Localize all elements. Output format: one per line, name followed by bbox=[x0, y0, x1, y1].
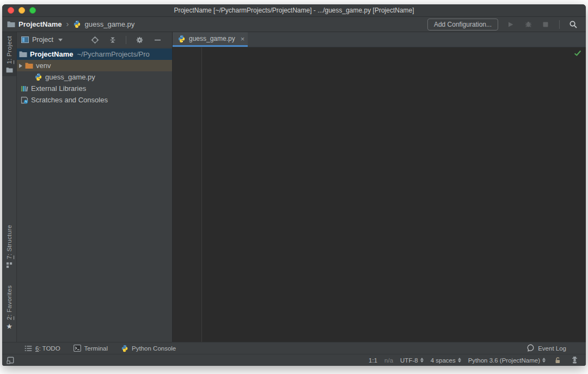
breadcrumb-file[interactable]: guess_game.py bbox=[84, 20, 134, 28]
event-log-label: Event Log bbox=[538, 345, 566, 352]
collapse-all-icon[interactable] bbox=[108, 35, 118, 45]
toolwindow-button-project[interactable]: 1: Project bbox=[2, 32, 16, 76]
tree-item-name: venv bbox=[36, 62, 51, 70]
minimize-window-button[interactable] bbox=[19, 7, 25, 14]
python-file-icon bbox=[177, 35, 186, 43]
stop-icon[interactable] bbox=[541, 20, 550, 29]
breadcrumb-separator-icon: › bbox=[66, 19, 69, 28]
encoding-widget[interactable]: UTF-8 bbox=[400, 357, 424, 364]
popup-arrows-icon bbox=[542, 358, 546, 363]
inspections-ok-icon[interactable] bbox=[574, 50, 581, 57]
interpreter-widget[interactable]: Python 3.6 (ProjectName) bbox=[468, 357, 546, 364]
editor-gutter bbox=[173, 47, 202, 342]
scratches-icon bbox=[21, 96, 28, 104]
toolbar-divider bbox=[559, 20, 560, 29]
toolwindow-label-project: 1: Project bbox=[6, 36, 13, 64]
folder-icon bbox=[19, 51, 27, 58]
event-log-button[interactable]: Event Log bbox=[526, 344, 578, 352]
toolwindow-label-todo: 6: TODO bbox=[35, 345, 60, 352]
popup-arrows-icon bbox=[420, 358, 424, 363]
project-panel-header: Project bbox=[17, 32, 172, 48]
toolwindow-button-terminal[interactable]: Terminal bbox=[74, 345, 108, 352]
toolwindow-button-python-console[interactable]: Python Console bbox=[121, 345, 176, 352]
tree-row-project-root[interactable]: ProjectName ~/PycharmProjects/Pro bbox=[17, 48, 172, 60]
python-file-icon bbox=[73, 20, 81, 28]
editor-column: guess_game.py × bbox=[173, 32, 586, 342]
breadcrumb: ProjectName › guess_game.py bbox=[7, 19, 134, 29]
caret-position-widget[interactable]: 1:1 bbox=[369, 357, 377, 364]
tree-row-external-libraries[interactable]: External Libraries bbox=[17, 83, 172, 94]
unlock-icon[interactable] bbox=[553, 355, 562, 365]
toolbar-divider bbox=[126, 36, 126, 44]
libraries-icon bbox=[21, 85, 28, 93]
window-title: ProjectName [~/PycharmProjects/ProjectNa… bbox=[2, 7, 586, 14]
toolwindow-switcher-icon[interactable] bbox=[5, 355, 15, 365]
python-icon bbox=[121, 345, 128, 352]
toolwindow-label-python-console: Python Console bbox=[132, 345, 176, 352]
folder-icon bbox=[7, 21, 15, 28]
chevron-down-icon bbox=[58, 39, 63, 41]
tree-row-scratches[interactable]: Scratches and Consoles bbox=[17, 94, 172, 106]
project-panel: Project bbox=[17, 32, 173, 342]
todo-list-icon bbox=[24, 345, 32, 352]
project-view-label: Project bbox=[32, 36, 53, 44]
editor-area[interactable] bbox=[173, 47, 586, 342]
line-separator-widget[interactable]: n/a bbox=[384, 357, 393, 364]
breadcrumb-project[interactable]: ProjectName bbox=[19, 20, 62, 28]
close-window-button[interactable] bbox=[8, 7, 14, 14]
navigation-bar: ProjectName › guess_game.py Add Configur… bbox=[2, 17, 586, 32]
python-file-icon bbox=[34, 73, 42, 81]
star-icon: ★ bbox=[6, 323, 13, 330]
tree-item-name: guess_game.py bbox=[45, 73, 95, 81]
tree-item-name: External Libraries bbox=[31, 84, 86, 93]
traffic-lights bbox=[8, 7, 36, 14]
editor-tab-label: guess_game.py bbox=[189, 35, 235, 42]
tree-item-name: ProjectName bbox=[30, 50, 73, 58]
tree-row-venv[interactable]: venv bbox=[17, 60, 172, 71]
run-toolbar: Add Configuration... bbox=[427, 19, 578, 30]
toolwindow-button-structure[interactable]: 7: Structure bbox=[2, 221, 16, 272]
debug-icon[interactable] bbox=[523, 20, 533, 29]
add-configuration-button[interactable]: Add Configuration... bbox=[427, 19, 498, 30]
hector-inspector-icon[interactable] bbox=[569, 355, 579, 365]
settings-gear-icon[interactable] bbox=[134, 35, 144, 45]
status-bar: 1:1 n/a UTF-8 4 spaces Python 3.6 (Proje… bbox=[2, 354, 586, 366]
title-bar: ProjectName [~/PycharmProjects/ProjectNa… bbox=[2, 4, 586, 17]
toolwindow-button-favorites[interactable]: 2: Favorites ★ bbox=[2, 281, 16, 333]
folder-icon-orange bbox=[25, 62, 33, 69]
bottom-toolwindow-bar: 6: TODO Terminal Python Console Event Lo… bbox=[2, 342, 586, 354]
tree-item-name: Scratches and Consoles bbox=[31, 96, 108, 104]
tab-close-icon[interactable]: × bbox=[241, 35, 245, 43]
tree-row-guess-game[interactable]: guess_game.py bbox=[17, 71, 172, 83]
popup-arrows-icon bbox=[458, 358, 461, 363]
event-log-balloon-icon bbox=[526, 344, 535, 352]
tree-item-path: ~/PycharmProjects/Pro bbox=[77, 50, 149, 58]
project-view-selector[interactable]: Project bbox=[21, 36, 63, 44]
toolwindow-label-structure: 7: Structure bbox=[6, 225, 13, 259]
toolwindow-label-terminal: Terminal bbox=[84, 345, 108, 352]
main-content: 1: Project 7: Structure 2: Favorites ★ bbox=[2, 32, 586, 342]
hide-panel-icon[interactable] bbox=[152, 35, 162, 45]
project-tree: ProjectName ~/PycharmProjects/Pro venv bbox=[17, 48, 172, 342]
search-everywhere-icon[interactable] bbox=[568, 20, 578, 29]
screenshot-canvas: ProjectName [~/PycharmProjects/ProjectNa… bbox=[0, 0, 588, 374]
run-icon[interactable] bbox=[506, 20, 516, 29]
terminal-icon bbox=[74, 345, 81, 352]
project-pane-icon bbox=[21, 36, 29, 43]
editor-tab-guess-game[interactable]: guess_game.py × bbox=[173, 32, 248, 47]
expand-arrow-icon[interactable] bbox=[19, 64, 22, 68]
locate-icon[interactable] bbox=[90, 35, 100, 45]
structure-icon bbox=[6, 262, 13, 268]
toolwindow-label-favorites: 2: Favorites bbox=[6, 285, 13, 320]
toolwindow-button-todo[interactable]: 6: TODO bbox=[24, 345, 60, 352]
indent-widget[interactable]: 4 spaces bbox=[431, 357, 461, 364]
pycharm-window: ProjectName [~/PycharmProjects/ProjectNa… bbox=[2, 4, 586, 366]
folder-icon bbox=[6, 67, 13, 73]
left-toolwindow-stripe: 1: Project 7: Structure 2: Favorites ★ bbox=[2, 32, 17, 342]
zoom-window-button[interactable] bbox=[29, 7, 36, 14]
editor-tab-bar: guess_game.py × bbox=[173, 32, 586, 47]
